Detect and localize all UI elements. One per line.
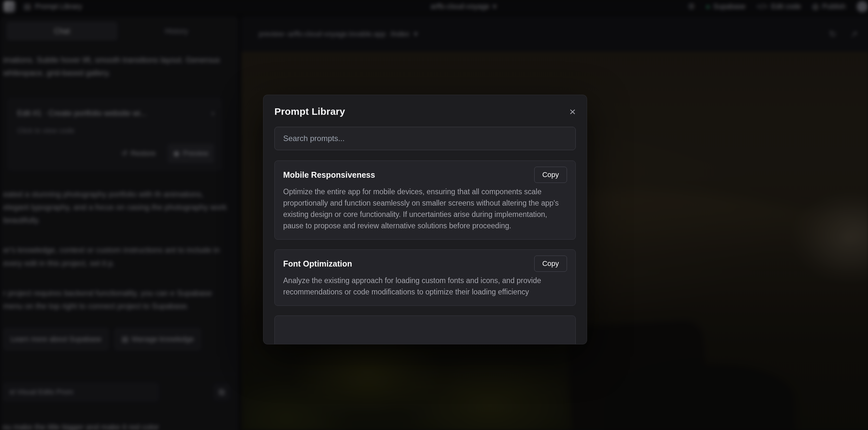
prompt-card-partial [274, 315, 576, 344]
copy-button[interactable]: Copy [534, 255, 567, 272]
close-icon[interactable]: × [569, 106, 576, 117]
prompt-card: Mobile Responsiveness Copy Optimize the … [274, 160, 576, 240]
prompt-list: Mobile Responsiveness Copy Optimize the … [274, 160, 576, 344]
search-input[interactable] [274, 127, 576, 150]
prompt-description: Analyze the existing approach for loadin… [283, 275, 567, 298]
prompt-description: Optimize the entire app for mobile devic… [283, 186, 567, 232]
prompt-title: Mobile Responsiveness [283, 170, 375, 180]
prompt-card: Font Optimization Copy Analyze the exist… [274, 249, 576, 306]
prompt-title: Font Optimization [283, 259, 352, 269]
copy-button[interactable]: Copy [534, 167, 567, 183]
modal-title: Prompt Library [274, 106, 345, 117]
prompt-library-modal: Prompt Library × Mobile Responsiveness C… [263, 95, 587, 344]
